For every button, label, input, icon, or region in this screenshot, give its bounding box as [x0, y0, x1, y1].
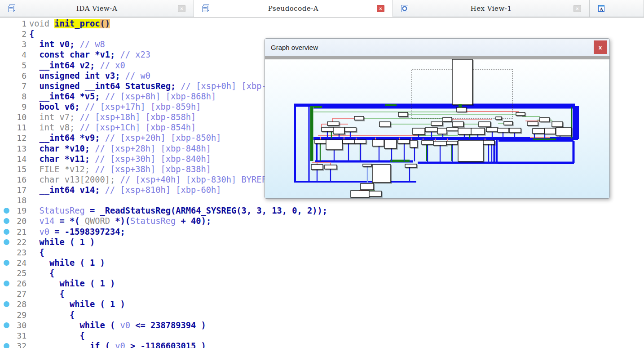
- graph-node: [425, 128, 437, 132]
- graph-node: [457, 107, 466, 112]
- line-number: 5: [0, 61, 26, 70]
- code-line: 20 v14 = *(_QWORD *)(StatusReg + 40);: [0, 216, 644, 226]
- line-number: 32: [0, 341, 26, 348]
- address-dot[interactable]: [4, 281, 9, 286]
- tab-hex-view-1[interactable]: Hex View-1×: [393, 0, 590, 17]
- code-text: __int64 v2; // x0: [26, 61, 125, 70]
- titlebar-splitter[interactable]: [265, 56, 609, 59]
- address-dot[interactable]: [4, 301, 9, 307]
- code-text: char *v11; // [xsp+30h] [xbp-840h]: [26, 154, 211, 164]
- graph-node: [431, 122, 442, 125]
- graph-node: [384, 140, 397, 148]
- graph-node: [496, 117, 502, 120]
- graph-node: [372, 165, 391, 183]
- code-line: 2{: [0, 29, 644, 39]
- line-number: 13: [0, 144, 26, 153]
- code-text: {: [26, 331, 85, 340]
- graph-node: [398, 112, 408, 116]
- tab-pseudocode-a[interactable]: Pseudocode-A×: [194, 0, 393, 17]
- graph-node: [504, 121, 512, 125]
- code-text: int v8; // [xsp+1Ch] [xbp-854h]: [26, 123, 196, 132]
- graph-node: [355, 140, 366, 143]
- address-dot[interactable]: [4, 322, 9, 328]
- graph-node: [443, 117, 452, 121]
- tab-close-icon[interactable]: ×: [573, 5, 581, 12]
- graph-node: [471, 128, 485, 134]
- graph-node: [361, 183, 374, 190]
- line-number: 8: [0, 92, 26, 101]
- graph-node: [509, 128, 521, 133]
- line-number: 25: [0, 268, 26, 278]
- graph-node: [437, 128, 447, 134]
- line-number: 17: [0, 185, 26, 195]
- close-icon[interactable]: x: [594, 40, 607, 54]
- code-line: 31 {: [0, 330, 644, 341]
- tab-partial[interactable]: A: [590, 0, 644, 17]
- graph-node: [458, 128, 471, 134]
- address-dot[interactable]: [4, 239, 9, 245]
- documents-icon: [201, 4, 210, 13]
- line-number: 19: [0, 206, 26, 215]
- documents-icon: [7, 4, 16, 13]
- line-number: 10: [0, 112, 26, 122]
- line-number: 23: [0, 248, 26, 257]
- line-number: 26: [0, 279, 26, 288]
- graph-node: [533, 129, 544, 134]
- svg-text:A: A: [600, 7, 603, 12]
- tab-close-icon[interactable]: ×: [178, 5, 185, 12]
- tab-label: IDA View-A: [76, 4, 118, 13]
- graph-node: [545, 128, 556, 134]
- graph-node: [433, 141, 446, 145]
- line-number: 27: [0, 289, 26, 299]
- line-number: 12: [0, 133, 26, 143]
- tab-ida-view-a[interactable]: IDA View-A×: [0, 0, 194, 17]
- graph-overview-window: Graph overview x: [265, 38, 610, 199]
- graph-node: [422, 141, 433, 144]
- code-text: const char *v1; // x23: [26, 50, 150, 59]
- letter-a-icon: A: [597, 4, 606, 13]
- code-line: 27 {: [0, 289, 644, 299]
- graph-overview-canvas[interactable]: [265, 59, 609, 198]
- graph-node: [486, 128, 498, 132]
- address-dot[interactable]: [4, 343, 9, 348]
- code-text: char *v10; // [xsp+28h] [xbp-848h]: [26, 144, 211, 153]
- line-number: 24: [0, 258, 26, 268]
- line-number: 2: [0, 29, 26, 39]
- control-flow-graph[interactable]: [265, 59, 609, 198]
- graph-node: [479, 122, 490, 127]
- code-line: 1void init_proc(): [0, 18, 644, 29]
- line-number: 30: [0, 321, 26, 330]
- line-number: 18: [0, 196, 26, 205]
- code-text: unsigned __int64 StatusReg; // [xsp+0h] …: [26, 81, 292, 91]
- graph-node: [327, 122, 339, 125]
- code-text: FILE *v12; // [xsp+38h] [xbp-838h]: [26, 165, 211, 174]
- code-text: if ( v0 > -1186603015 ): [26, 341, 206, 348]
- graph-node: [379, 122, 390, 127]
- code-line: 25 {: [0, 268, 644, 278]
- graph-node: [446, 141, 458, 144]
- line-number: 15: [0, 165, 26, 174]
- code-line: 19 StatusReg = _ReadStatusReg(ARM64_SYSR…: [0, 205, 644, 216]
- code-text: {: [26, 289, 65, 299]
- tab-close-icon[interactable]: ×: [377, 5, 384, 12]
- line-number: 3: [0, 40, 26, 49]
- code-text: while ( 1 ): [26, 279, 115, 288]
- graph-node-green: [459, 104, 462, 107]
- graph-overview-title: Graph overview: [271, 44, 318, 51]
- address-dot[interactable]: [4, 218, 9, 224]
- graph-node: [311, 165, 323, 170]
- address-dot[interactable]: [4, 208, 9, 214]
- graph-nodes: [311, 59, 571, 197]
- graph-node: [413, 128, 425, 134]
- code-line: 22 while ( 1 ): [0, 237, 644, 247]
- code-text: v14 = *(_QWORD *)(StatusReg + 40);: [26, 216, 211, 226]
- code-line: 24 while ( 1 ): [0, 258, 644, 268]
- line-number: 29: [0, 310, 26, 320]
- graph-overview-titlebar[interactable]: Graph overview x: [265, 39, 609, 56]
- graph-node: [516, 112, 525, 116]
- address-dot[interactable]: [4, 260, 9, 266]
- address-dot[interactable]: [4, 229, 9, 235]
- code-text: while ( 1 ): [26, 237, 95, 247]
- graph-node: [322, 128, 333, 131]
- code-text: while ( v0 <= 238789394 ): [26, 321, 206, 330]
